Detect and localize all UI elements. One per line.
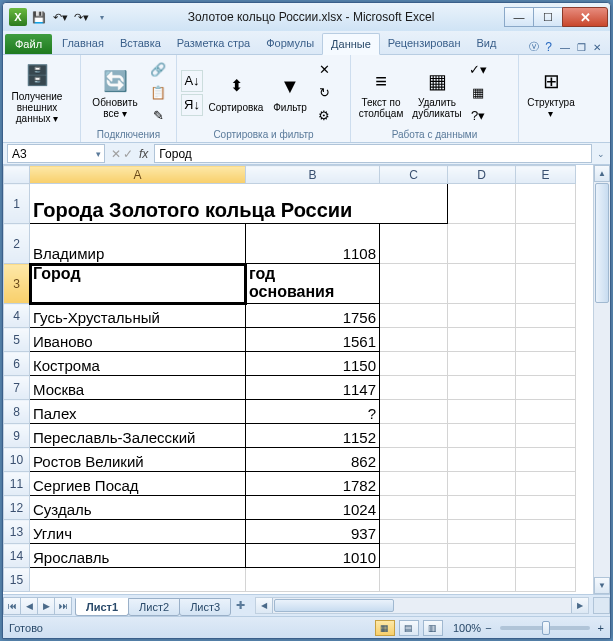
cell-A1[interactable]: Города Золотого кольца России: [30, 184, 448, 224]
refresh-all-button[interactable]: 🔄 Обновить все ▾: [85, 65, 145, 121]
cell-E7[interactable]: [516, 376, 576, 400]
cell-D7[interactable]: [448, 376, 516, 400]
row-header-6[interactable]: 6: [4, 352, 30, 376]
excel-icon[interactable]: X: [9, 8, 27, 26]
cell-D6[interactable]: [448, 352, 516, 376]
row-header-1[interactable]: 1: [4, 184, 30, 224]
cell-B10[interactable]: 862: [246, 448, 380, 472]
cell-A5[interactable]: Иваново: [30, 328, 246, 352]
clear-filter-button[interactable]: ✕: [313, 59, 335, 81]
sort-za-button[interactable]: Я↓: [181, 94, 203, 116]
cell-A8[interactable]: Палех: [30, 400, 246, 424]
cell-A9[interactable]: Переславль-Залесский: [30, 424, 246, 448]
cell-C7[interactable]: [380, 376, 448, 400]
ribbon-tab-1[interactable]: Вставка: [112, 33, 169, 54]
new-sheet-icon[interactable]: ✚: [230, 599, 251, 612]
cell-A6[interactable]: Кострома: [30, 352, 246, 376]
zoom-slider[interactable]: [500, 626, 590, 630]
cell-C14[interactable]: [380, 544, 448, 568]
cell-D13[interactable]: [448, 520, 516, 544]
col-header-E[interactable]: E: [516, 166, 576, 184]
cell-E1[interactable]: [516, 184, 576, 224]
col-header-C[interactable]: C: [380, 166, 448, 184]
close-button[interactable]: ✕: [562, 7, 608, 27]
mdi-minimize-icon[interactable]: —: [558, 40, 572, 54]
filter-button[interactable]: ▼ Фильтр: [269, 70, 311, 115]
ribbon-tab-0[interactable]: Главная: [54, 33, 112, 54]
cell-A4[interactable]: Гусь-Хрустальный: [30, 304, 246, 328]
cell-B7[interactable]: 1147: [246, 376, 380, 400]
ribbon-tab-5[interactable]: Рецензирован: [380, 33, 469, 54]
expand-formula-bar-icon[interactable]: ⌄: [592, 149, 610, 159]
fx-button[interactable]: fx: [139, 147, 154, 161]
cell-D8[interactable]: [448, 400, 516, 424]
row-header-4[interactable]: 4: [4, 304, 30, 328]
sheet-tab-0[interactable]: Лист1: [75, 598, 129, 616]
sort-az-button[interactable]: A↓: [181, 70, 203, 92]
cell-C11[interactable]: [380, 472, 448, 496]
horizontal-scrollbar[interactable]: ◀ ▶: [255, 597, 589, 614]
select-all-corner[interactable]: [4, 166, 30, 184]
cell-A2[interactable]: Владимир: [30, 224, 246, 264]
cell-D5[interactable]: [448, 328, 516, 352]
data-validation-button[interactable]: ✓▾: [467, 59, 489, 81]
cell-B11[interactable]: 1782: [246, 472, 380, 496]
remove-duplicates-button[interactable]: ▦ Удалить дубликаты: [409, 65, 465, 121]
hscroll-thumb[interactable]: [274, 599, 394, 612]
zoom-out-button[interactable]: −: [485, 622, 491, 634]
grid[interactable]: ABCDE1Города Золотого кольца России2Влад…: [3, 165, 593, 594]
sheet-tab-1[interactable]: Лист2: [128, 598, 180, 616]
ribbon-minimize-icon[interactable]: ⓥ: [529, 40, 539, 54]
sheet-nav-prev-icon[interactable]: ◀: [20, 597, 38, 615]
cell-E13[interactable]: [516, 520, 576, 544]
get-external-data-button[interactable]: 🗄️ Получение внешних данных ▾: [7, 59, 67, 126]
cell-D11[interactable]: [448, 472, 516, 496]
cell-B3[interactable]: год основания: [246, 264, 380, 304]
name-box[interactable]: A3: [7, 144, 105, 163]
cell-C9[interactable]: [380, 424, 448, 448]
cell-A15[interactable]: [30, 568, 246, 592]
cell-A10[interactable]: Ростов Великий: [30, 448, 246, 472]
cell-B5[interactable]: 1561: [246, 328, 380, 352]
cell-C13[interactable]: [380, 520, 448, 544]
cell-B15[interactable]: [246, 568, 380, 592]
cell-E6[interactable]: [516, 352, 576, 376]
cell-D15[interactable]: [448, 568, 516, 592]
mdi-close-icon[interactable]: ✕: [590, 40, 604, 54]
cell-A14[interactable]: Ярославль: [30, 544, 246, 568]
cell-A3[interactable]: Город: [30, 264, 246, 304]
cell-D12[interactable]: [448, 496, 516, 520]
file-tab[interactable]: Файл: [5, 34, 52, 54]
scroll-left-button[interactable]: ◀: [256, 598, 273, 613]
cell-C4[interactable]: [380, 304, 448, 328]
row-header-15[interactable]: 15: [4, 568, 30, 592]
normal-view-button[interactable]: ▦: [375, 620, 395, 636]
row-header-2[interactable]: 2: [4, 224, 30, 264]
scroll-right-button[interactable]: ▶: [571, 598, 588, 613]
row-header-5[interactable]: 5: [4, 328, 30, 352]
cell-A11[interactable]: Сергиев Посад: [30, 472, 246, 496]
undo-icon[interactable]: ↶▾: [51, 8, 69, 26]
cell-E9[interactable]: [516, 424, 576, 448]
cell-C3[interactable]: [380, 264, 448, 304]
consolidate-button[interactable]: ▦: [467, 82, 489, 104]
page-layout-view-button[interactable]: ▤: [399, 620, 419, 636]
cell-D4[interactable]: [448, 304, 516, 328]
row-header-14[interactable]: 14: [4, 544, 30, 568]
save-icon[interactable]: 💾: [30, 8, 48, 26]
scroll-up-button[interactable]: ▲: [594, 165, 610, 182]
cell-A13[interactable]: Углич: [30, 520, 246, 544]
col-header-A[interactable]: A: [30, 166, 246, 184]
cell-B9[interactable]: 1152: [246, 424, 380, 448]
cell-D10[interactable]: [448, 448, 516, 472]
cell-E4[interactable]: [516, 304, 576, 328]
ribbon-tab-4[interactable]: Данные: [322, 33, 380, 55]
scroll-down-button[interactable]: ▼: [594, 577, 610, 594]
cell-C12[interactable]: [380, 496, 448, 520]
cell-C15[interactable]: [380, 568, 448, 592]
redo-icon[interactable]: ↷▾: [72, 8, 90, 26]
maximize-button[interactable]: ☐: [533, 7, 563, 27]
reapply-filter-button[interactable]: ↻: [313, 82, 335, 104]
whatif-button[interactable]: ?▾: [467, 105, 489, 127]
row-header-12[interactable]: 12: [4, 496, 30, 520]
